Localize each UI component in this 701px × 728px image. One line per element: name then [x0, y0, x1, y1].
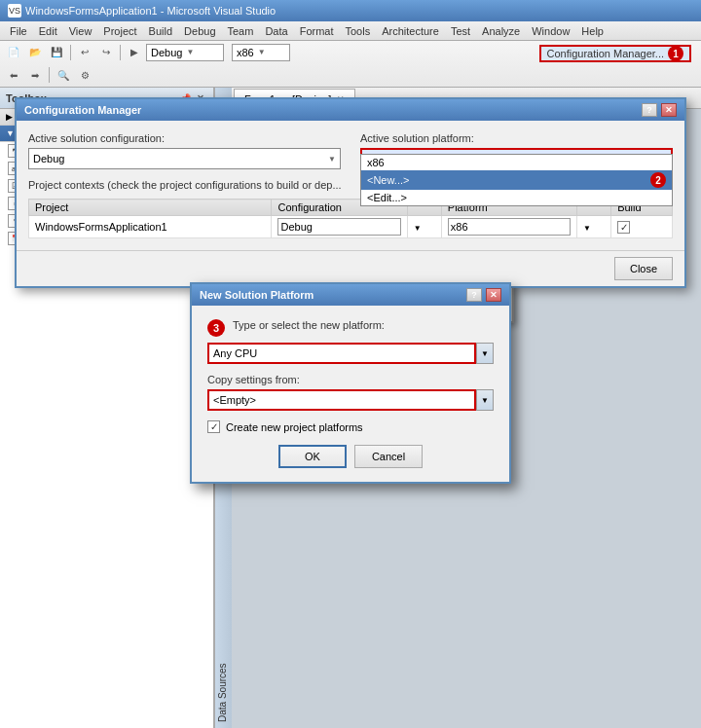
- menu-file[interactable]: File: [4, 23, 33, 39]
- menu-architecture[interactable]: Architecture: [376, 23, 445, 39]
- new-solution-platform-dialog: New Solution Platform ? ✕ 3 Type or sele…: [190, 282, 511, 484]
- platform-mini-select[interactable]: x86: [448, 218, 571, 236]
- config-dialog-content: Active solution configuration: Debug ▼ A…: [17, 121, 684, 250]
- dropdown-item-x86[interactable]: x86: [361, 155, 672, 170]
- chevron-down-icon: ▼: [328, 155, 336, 164]
- expand-arrow-icon: ▶: [6, 112, 13, 122]
- nsp-button-row: OK Cancel: [207, 445, 494, 468]
- step-badge-3: 3: [207, 319, 225, 337]
- menu-tools[interactable]: Tools: [340, 23, 377, 39]
- save-btn[interactable]: 💾: [47, 44, 66, 61]
- menu-analyze[interactable]: Analyze: [476, 23, 526, 39]
- td-config-arrow: ▼: [407, 216, 441, 238]
- platform-dropdown-main[interactable]: x86 ▼: [232, 44, 290, 61]
- menu-build[interactable]: Build: [143, 23, 178, 39]
- menu-debug[interactable]: Debug: [178, 23, 221, 39]
- nsp-platform-input[interactable]: [207, 343, 476, 364]
- chevron-down-icon: ▼: [186, 48, 194, 56]
- menu-format[interactable]: Format: [294, 23, 340, 39]
- debug-config-dropdown[interactable]: Debug ▼: [146, 44, 224, 61]
- nsp-title-buttons: ? ✕: [466, 288, 501, 302]
- dropdown-item-edit[interactable]: <Edit...>: [361, 190, 672, 205]
- config-dialog-close-btn[interactable]: ✕: [661, 103, 677, 117]
- step-badge-2: 2: [650, 172, 666, 188]
- nsp-copy-label: Copy settings from:: [207, 374, 494, 385]
- nsp-help-btn[interactable]: ?: [466, 288, 482, 302]
- active-solution-config-label: Active solution configuration:: [28, 132, 341, 144]
- undo-btn[interactable]: ↩: [75, 44, 94, 61]
- active-solution-platform-label: Active solution platform:: [360, 132, 673, 144]
- menu-bar: File Edit View Project Build Debug Team …: [0, 21, 701, 41]
- config-dialog-title-text: Configuration Manager: [24, 104, 141, 116]
- active-solution-platform-col: Active solution platform: x86 ▼ x86 <New…: [360, 132, 673, 169]
- td-platform-arrow: ▼: [577, 216, 611, 238]
- menu-team[interactable]: Team: [222, 23, 260, 39]
- toolbar-row-1: 📄 📂 💾 ↩ ↪ ▶ Debug ▼ x86 ▼ Configuration …: [0, 41, 701, 64]
- config-dialog-help-btn[interactable]: ?: [642, 103, 657, 117]
- nsp-ok-button[interactable]: OK: [278, 445, 347, 468]
- new-project-btn[interactable]: 📄: [4, 44, 23, 61]
- menu-help[interactable]: Help: [575, 23, 609, 39]
- nsp-cancel-button[interactable]: Cancel: [354, 445, 423, 468]
- nsp-copy-select[interactable]: <Empty>: [207, 389, 476, 411]
- chevron-down-icon[interactable]: ▼: [583, 224, 591, 233]
- config-dialog-footer: Close: [17, 250, 684, 286]
- menu-edit[interactable]: Edit: [33, 23, 63, 39]
- nsp-copy-input-row: <Empty> ▼: [207, 389, 494, 411]
- title-bar-text: WindowsFormsApplication1 - Microsoft Vis…: [25, 5, 276, 17]
- main-area: Toolbox 📌 ✕ ▶ All Windows Forms ▼ Common…: [0, 88, 701, 728]
- tb-btn-2-1[interactable]: ⬅: [4, 66, 23, 84]
- table-row: WindowsFormsApplication1 Debug ▼ x86: [29, 216, 673, 238]
- nsp-checkbox-row: Create new project platforms: [207, 420, 494, 433]
- open-btn[interactable]: 📂: [25, 44, 45, 61]
- nsp-content: 3 Type or select the new platform: ▼ Cop…: [192, 306, 509, 482]
- menu-project[interactable]: Project: [97, 23, 142, 39]
- active-solution-config-select[interactable]: Debug ▼: [28, 148, 341, 169]
- step-badge-1: 1: [668, 46, 683, 61]
- tb-btn-2-3[interactable]: 🔍: [54, 66, 73, 84]
- nsp-title-bar: New Solution Platform ? ✕: [192, 284, 509, 306]
- td-project: WindowsFormsApplication1: [29, 216, 272, 238]
- dropdown-item-new[interactable]: <New...> 2: [361, 170, 672, 190]
- nsp-close-btn[interactable]: ✕: [486, 288, 501, 302]
- chevron-down-icon: ▼: [258, 48, 266, 56]
- build-checkbox[interactable]: [617, 221, 630, 234]
- nsp-platform-label: Type or select the new platform:: [233, 319, 385, 331]
- menu-view[interactable]: View: [63, 23, 98, 39]
- tb-btn-2-2[interactable]: ➡: [25, 66, 45, 84]
- toolbar-area: 📄 📂 💾 ↩ ↪ ▶ Debug ▼ x86 ▼ Configuration …: [0, 41, 701, 88]
- td-platform: x86: [441, 216, 576, 238]
- config-mini-select[interactable]: Debug: [277, 218, 400, 236]
- redo-btn[interactable]: ↪: [96, 44, 116, 61]
- config-row-top: Active solution configuration: Debug ▼ A…: [28, 132, 673, 169]
- start-btn[interactable]: ▶: [125, 44, 144, 61]
- tb-btn-2-4[interactable]: ⚙: [75, 66, 94, 84]
- config-dialog-title-bar: Configuration Manager ? ✕: [17, 99, 684, 121]
- td-build: [611, 216, 673, 238]
- separator-3: [49, 67, 50, 83]
- config-manager-button[interactable]: Configuration Manager... 1: [539, 45, 691, 62]
- active-solution-config-col: Active solution configuration: Debug ▼: [28, 132, 341, 169]
- nsp-checkbox-label: Create new project platforms: [226, 421, 363, 433]
- config-dialog-close-button[interactable]: Close: [614, 257, 673, 280]
- config-dialog-title-buttons: ? ✕: [642, 103, 677, 117]
- title-bar: VS WindowsFormsApplication1 - Microsoft …: [0, 0, 701, 21]
- separator-2: [120, 45, 121, 60]
- nsp-platform-dropdown-btn[interactable]: ▼: [476, 343, 494, 364]
- collapse-arrow-icon: ▼: [6, 128, 15, 138]
- app-icon: VS: [8, 4, 21, 18]
- chevron-down-icon[interactable]: ▼: [414, 224, 422, 233]
- toolbar-row-2: ⬅ ➡ 🔍 ⚙: [0, 64, 701, 88]
- nsp-title-text: New Solution Platform: [200, 289, 314, 301]
- nsp-copy-dropdown-btn[interactable]: ▼: [476, 389, 494, 411]
- platform-dropdown-list: x86 <New...> 2 <Edit...>: [360, 154, 673, 206]
- td-configuration: Debug: [272, 216, 407, 238]
- config-manager-dialog: Configuration Manager ? ✕ Active solutio…: [15, 97, 686, 288]
- menu-test[interactable]: Test: [445, 23, 476, 39]
- create-project-platforms-checkbox[interactable]: [207, 420, 220, 433]
- nsp-platform-input-row: ▼: [207, 343, 494, 364]
- menu-window[interactable]: Window: [526, 23, 575, 39]
- col-header-project: Project: [29, 200, 272, 216]
- separator-1: [70, 45, 71, 60]
- menu-data[interactable]: Data: [259, 23, 293, 39]
